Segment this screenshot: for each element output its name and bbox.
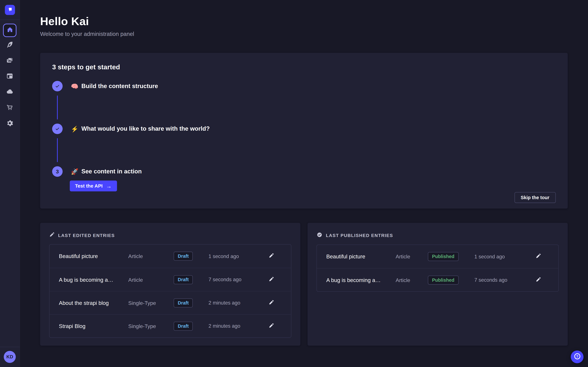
step-2-label: ⚡ What would you like to share with the … [71,125,210,133]
help-button[interactable]: ? [571,350,583,363]
pencil-icon [268,323,274,329]
table-row: A bug is becoming a… Article Published 7… [317,268,558,291]
cloud-icon [6,88,14,97]
sidebar-item-home[interactable] [3,24,17,37]
last-published-table: Beautiful picture Article Published 1 se… [317,244,559,292]
edit-entry-button[interactable] [266,251,276,261]
last-published-header: LAST PUBLISHED ENTRIES [317,232,559,239]
sidebar-divider [0,19,20,20]
status-badge: Draft [174,252,193,261]
page-header: Hello Kai Welcome to your administration… [40,15,568,37]
status-badge: Published [428,275,459,284]
sidebar-item-cloud[interactable] [2,84,17,100]
status-badge: Draft [174,322,193,330]
main-content: Hello Kai Welcome to your administration… [20,0,588,367]
check-circle-icon [317,232,323,239]
sidebar-bottom-divider [0,347,20,347]
edit-entry-button[interactable] [533,275,543,285]
images-icon [6,57,14,65]
step-done-check-icon [52,124,62,134]
sidebar-item-content-manager[interactable] [2,68,17,84]
edit-entry-button[interactable] [266,298,276,308]
lightning-emoji-icon: ⚡ [71,125,78,133]
page-subtitle: Welcome to your administration panel [40,31,568,37]
table-row: Beautiful picture Article Draft 1 second… [50,244,291,268]
table-row: About the strapi blog Single-Type Draft … [50,291,291,314]
edit-entry-button[interactable] [266,274,276,285]
sidebar-item-content-type-builder[interactable] [2,37,17,53]
sidebar-item-settings[interactable] [2,116,17,131]
layout-icon [6,72,14,81]
strapi-admin-dashboard: KD Hello Kai Welcome to your administrat… [0,0,588,367]
step-connector-line [57,95,58,119]
edit-entry-button[interactable] [533,251,543,262]
last-edited-table: Beautiful picture Article Draft 1 second… [49,244,291,338]
brain-emoji-icon: 🧠 [71,83,78,90]
onboarding-card: 3 steps to get started 🧠 Build the conte… [40,53,568,209]
skip-tour-button[interactable]: Skip the tour [514,192,556,203]
table-row: A bug is becoming a… Article Draft 7 sec… [50,268,291,291]
sidebar: KD [0,0,20,367]
home-icon [6,26,13,34]
sidebar-item-media-library[interactable] [2,53,17,68]
step-3-label: 🚀 See content in action [71,168,142,175]
edit-entry-button[interactable] [266,321,276,331]
status-badge: Draft [174,275,193,284]
question-mark-icon: ? [573,352,581,361]
table-row: Beautiful picture Article Published 1 se… [317,245,558,268]
last-published-panel: LAST PUBLISHED ENTRIES Beautiful picture… [308,223,568,346]
skip-row: Skip the tour [52,192,556,203]
pencil-icon [535,253,541,260]
pencil-icon [268,300,274,306]
gear-icon [6,119,14,128]
step-1-label: 🧠 Build the content structure [71,83,158,90]
step-connector-line [57,138,58,162]
arrow-right-icon: → [106,183,112,189]
last-edited-header: LAST EDITED ENTRIES [49,232,291,239]
onboarding-steps: 🧠 Build the content structure ⚡ What wou… [52,81,556,191]
sidebar-nav [0,24,19,132]
step-3-number-circle: 3 [52,166,62,177]
status-badge: Published [428,252,459,261]
onboarding-title: 3 steps to get started [52,63,556,71]
step-done-check-icon [52,81,62,91]
strapi-logo-icon [7,6,13,14]
entries-panels: LAST EDITED ENTRIES Beautiful picture Ar… [40,223,568,346]
pencil-icon [49,232,55,239]
feather-icon [6,41,14,49]
onboarding-step-1: 🧠 Build the content structure [52,81,556,91]
pencil-icon [268,253,274,259]
status-badge: Draft [174,298,193,307]
cart-icon [6,104,14,112]
test-api-button[interactable]: Test the API → [70,181,117,192]
pencil-icon [268,276,274,283]
last-edited-panel: LAST EDITED ENTRIES Beautiful picture Ar… [40,223,300,346]
strapi-logo-button[interactable] [5,5,15,15]
onboarding-step-2: ⚡ What would you like to share with the … [52,124,556,134]
cta-row: Test the API → [70,181,556,192]
svg-text:?: ? [576,354,578,359]
table-row: Strapi Blog Single-Type Draft 2 minutes … [50,314,291,337]
page-title: Hello Kai [40,15,568,28]
rocket-emoji-icon: 🚀 [71,168,78,175]
sidebar-item-marketplace[interactable] [2,100,17,116]
pencil-icon [535,277,541,283]
user-avatar[interactable]: KD [4,351,16,363]
onboarding-step-3: 3 🚀 See content in action [52,166,556,177]
